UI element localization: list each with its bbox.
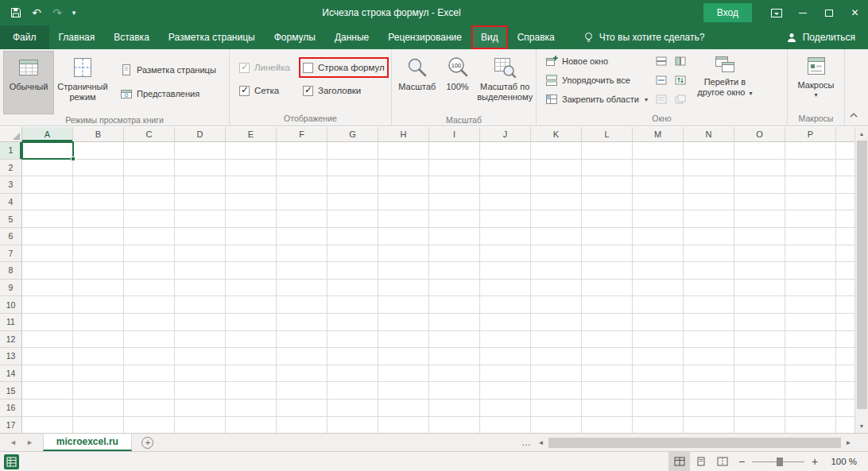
ribbon-tab[interactable]: Данные xyxy=(325,25,378,49)
headings-checkbox[interactable]: Заголовки xyxy=(303,84,385,97)
column-header[interactable]: N xyxy=(684,127,734,142)
column-header[interactable]: I xyxy=(429,127,480,142)
ribbon-tab[interactable]: Разметка страницы xyxy=(159,25,265,49)
zoom-in-button[interactable]: + xyxy=(806,452,823,471)
row-header[interactable]: 7 xyxy=(0,245,22,263)
scroll-left-arrow[interactable]: ◄ xyxy=(534,434,548,451)
ribbon-tab[interactable]: Главная xyxy=(49,25,105,49)
select-all-button[interactable] xyxy=(0,127,22,142)
freeze-panes-button[interactable]: Закрепить области ▾ xyxy=(543,90,650,109)
next-sheet-button[interactable]: ► xyxy=(26,438,33,446)
custom-views-button[interactable]: Представления xyxy=(118,85,219,102)
cells-area[interactable] xyxy=(22,142,854,433)
vertical-scrollbar-thumb[interactable] xyxy=(857,141,867,409)
column-header[interactable]: F xyxy=(277,127,327,142)
column-header[interactable]: G xyxy=(327,127,378,142)
column-header[interactable]: J xyxy=(480,127,531,142)
column-header[interactable]: B xyxy=(73,127,124,142)
reset-window-position-button[interactable] xyxy=(671,90,690,109)
scroll-down-arrow[interactable]: ▼ xyxy=(855,419,868,433)
ribbon-display-options-button[interactable] xyxy=(763,0,789,25)
row-header[interactable]: 15 xyxy=(0,382,22,400)
column-header[interactable]: H xyxy=(378,127,429,142)
ruler-checkbox[interactable]: Линейка xyxy=(239,61,292,74)
zoom-out-button[interactable]: − xyxy=(733,452,750,471)
ribbon-tab[interactable]: Вставка xyxy=(104,25,159,49)
share-button[interactable]: Поделиться xyxy=(786,25,868,49)
row-header[interactable]: 9 xyxy=(0,280,22,297)
ribbon-tab[interactable]: Формулы xyxy=(265,25,325,49)
save-button[interactable] xyxy=(6,3,25,22)
ribbon-tab[interactable]: Вид xyxy=(471,25,508,49)
page-break-preview-shortcut[interactable] xyxy=(711,452,733,471)
minimize-button[interactable] xyxy=(789,0,816,25)
hide-window-button[interactable] xyxy=(652,71,671,90)
vertical-scrollbar[interactable]: ▲ ▼ xyxy=(854,127,868,433)
tell-me-box[interactable]: Что вы хотите сделать? xyxy=(583,25,705,49)
row-header[interactable]: 5 xyxy=(0,210,22,228)
ribbon-tab[interactable]: Файл xyxy=(0,25,49,49)
horizontal-scrollbar-thumb[interactable] xyxy=(548,438,841,448)
arrange-all-button[interactable]: Упорядочить все xyxy=(543,71,650,90)
new-sheet-button[interactable]: + xyxy=(132,434,164,451)
previous-sheet-button[interactable]: ◄ xyxy=(10,438,17,446)
maximize-button[interactable] xyxy=(816,0,842,25)
macros-button[interactable]: Макросы ▾ xyxy=(791,49,842,113)
ribbon-tab[interactable]: Рецензирование xyxy=(378,25,471,49)
zoom-button[interactable]: Масштаб xyxy=(395,51,440,114)
row-header[interactable]: 14 xyxy=(0,365,22,383)
selected-cell-a1[interactable] xyxy=(21,141,74,160)
view-side-by-side-button[interactable] xyxy=(671,52,690,71)
synchronous-scrolling-button[interactable] xyxy=(671,71,690,90)
sheet-tab-overflow[interactable]: … xyxy=(518,434,534,451)
status-sheet-icon[interactable] xyxy=(4,454,19,469)
new-window-button[interactable]: Новое окно xyxy=(543,52,650,71)
row-header[interactable]: 1 xyxy=(0,142,22,160)
row-header[interactable]: 3 xyxy=(0,176,22,194)
zoom-slider[interactable] xyxy=(750,452,806,471)
ribbon-tab[interactable]: Справка xyxy=(508,25,564,49)
undo-button[interactable]: ↶ xyxy=(27,3,46,22)
column-header[interactable]: O xyxy=(734,127,785,142)
normal-view-shortcut[interactable] xyxy=(668,452,690,471)
row-header[interactable]: 6 xyxy=(0,228,22,245)
normal-view-button[interactable]: Обычный xyxy=(3,51,54,114)
row-header[interactable]: 12 xyxy=(0,331,22,349)
zoom-slider-thumb[interactable] xyxy=(777,457,783,466)
scroll-up-arrow[interactable]: ▲ xyxy=(855,127,868,141)
column-header[interactable]: K xyxy=(531,127,582,142)
fill-handle[interactable] xyxy=(71,156,76,161)
collapse-ribbon-button[interactable] xyxy=(845,109,862,122)
column-header[interactable]: M xyxy=(633,127,684,142)
split-button[interactable] xyxy=(652,52,671,71)
row-header[interactable]: 10 xyxy=(0,296,22,314)
sign-in-button[interactable]: Вход xyxy=(703,3,752,22)
column-header[interactable]: C xyxy=(124,127,175,142)
switch-windows-button[interactable]: Перейти в другое окно ▾ xyxy=(690,49,760,113)
zoom-level[interactable]: 100 % xyxy=(823,457,868,466)
row-header[interactable]: 17 xyxy=(0,417,22,434)
page-layout-button[interactable]: Разметка страницы xyxy=(118,61,219,79)
column-header[interactable]: L xyxy=(582,127,633,142)
column-header[interactable]: P xyxy=(785,127,836,142)
row-header[interactable]: 16 xyxy=(0,400,22,417)
page-break-preview-button[interactable]: Страничный режим xyxy=(54,51,111,114)
column-header[interactable]: D xyxy=(175,127,226,142)
column-header[interactable]: E xyxy=(226,127,277,142)
page-layout-shortcut[interactable] xyxy=(690,452,711,471)
sheet-tab-active[interactable]: microexcel.ru xyxy=(43,434,132,451)
zoom-100-button[interactable]: 100 100% xyxy=(440,51,476,114)
column-header[interactable]: A xyxy=(22,127,73,142)
formula-bar-checkbox[interactable]: Строка формул xyxy=(303,61,385,74)
horizontal-scrollbar[interactable]: ◄ ► xyxy=(534,434,855,451)
scroll-right-arrow[interactable]: ► xyxy=(842,434,855,451)
row-header[interactable]: 13 xyxy=(0,348,22,365)
row-header[interactable]: 11 xyxy=(0,314,22,331)
customize-quick-access-button[interactable]: ▾ xyxy=(68,3,79,22)
gridlines-checkbox[interactable]: Сетка xyxy=(239,84,292,97)
zoom-to-selection-button[interactable]: Масштаб по выделенному xyxy=(475,51,534,114)
close-button[interactable]: ✕ xyxy=(842,0,868,25)
row-header[interactable]: 4 xyxy=(0,194,22,211)
unhide-window-button[interactable] xyxy=(652,90,671,109)
redo-button[interactable]: ↷ xyxy=(48,3,67,22)
